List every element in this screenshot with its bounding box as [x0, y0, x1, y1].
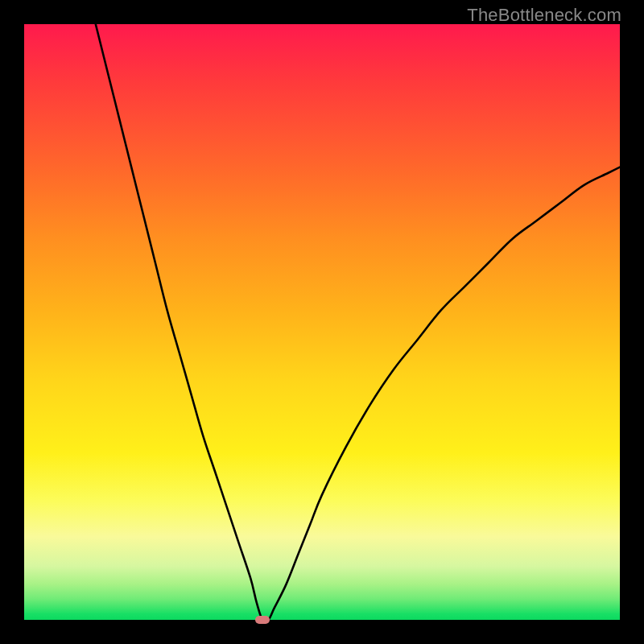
watermark-text: TheBottleneck.com	[467, 5, 621, 26]
chart-frame: TheBottleneck.com	[0, 0, 644, 644]
minimum-marker	[255, 616, 270, 624]
plot-area	[24, 24, 620, 620]
bottleneck-curve	[24, 24, 620, 620]
